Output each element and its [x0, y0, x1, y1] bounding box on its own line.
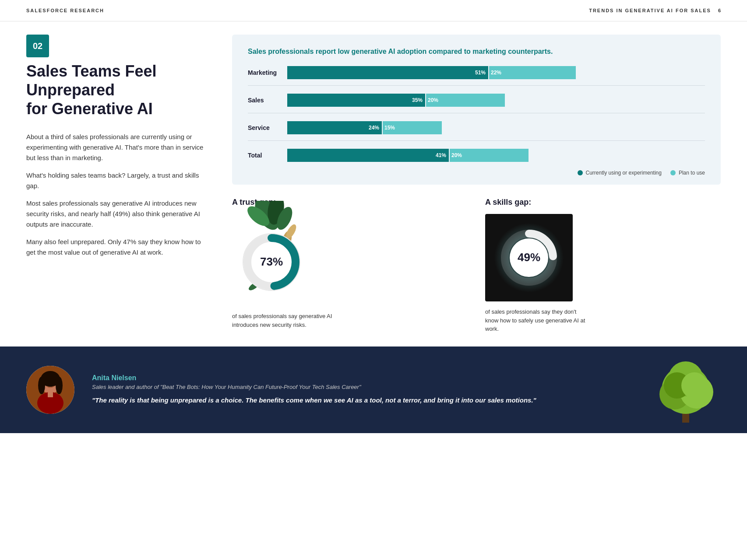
- trust-gap-desc: of sales professionals say generative AI…: [232, 312, 337, 329]
- bar-light-total: 20%: [450, 149, 529, 162]
- legend-label-dark: Currently using or experimenting: [586, 170, 662, 176]
- bar-label-total: Total: [248, 152, 287, 159]
- legend-item-dark: Currently using or experimenting: [578, 170, 662, 176]
- right-column: Sales professionals report low generativ…: [232, 26, 721, 333]
- quote-avatar: [26, 366, 74, 414]
- svg-point-20: [56, 377, 63, 394]
- bar-light-service: 15%: [383, 121, 442, 134]
- chart-legend: Currently using or experimenting Plan to…: [248, 170, 705, 176]
- svg-rect-22: [48, 392, 53, 397]
- trust-gap-donut: 73%: [236, 227, 307, 299]
- left-column: 02 Sales Teams Feel Unprepared for Gener…: [26, 26, 210, 333]
- bar-track-marketing: 51%22%: [287, 66, 705, 79]
- bar-light-marketing: 22%: [489, 66, 576, 79]
- page-number: 6: [718, 8, 721, 13]
- paragraph-1: About a third of sales professionals are…: [26, 132, 210, 163]
- bar-track-sales: 35%20%: [287, 94, 705, 107]
- brand-label: SALESFORCE RESEARCH: [26, 8, 104, 13]
- bar-dark-service: 24%: [287, 121, 382, 134]
- bar-chart: Marketing51%22%Sales35%20%Service24%15%T…: [248, 66, 705, 162]
- bar-label-marketing: Marketing: [248, 69, 287, 76]
- bar-light-sales: 20%: [426, 94, 505, 107]
- legend-dot-light: [670, 170, 676, 175]
- bar-label-service: Service: [248, 124, 287, 131]
- bar-row-service: Service24%15%: [248, 121, 705, 141]
- section-title: Sales Teams Feel Unprepared for Generati…: [26, 62, 210, 119]
- legend-label-light: Plan to use: [679, 170, 705, 176]
- quote-content: Anita Nielsen Sales leader and author of…: [92, 374, 633, 406]
- skills-gap-desc: of sales professionals say they don't kn…: [485, 308, 590, 333]
- svg-text:49%: 49%: [518, 251, 540, 264]
- main-content: 02 Sales Teams Feel Unprepared for Gener…: [0, 26, 747, 333]
- svg-point-29: [681, 372, 708, 399]
- svg-text:73%: 73%: [260, 255, 283, 268]
- trust-gap-title: A trust gap:: [232, 198, 468, 207]
- legend-dot-dark: [578, 170, 583, 175]
- paragraph-3: Most sales professionals say generative …: [26, 198, 210, 230]
- bar-track-service: 24%15%: [287, 121, 705, 134]
- tree-decoration: [651, 361, 721, 418]
- quote-section: Anita Nielsen Sales leader and author of…: [0, 346, 747, 433]
- chart-box: Sales professionals report low generativ…: [232, 35, 721, 185]
- quote-subtitle: Sales leader and author of "Beat The Bot…: [92, 384, 633, 390]
- avatar-svg: [26, 366, 74, 414]
- bar-dark-marketing: 51%: [287, 66, 488, 79]
- quote-text: "The reality is that being unprepared is…: [92, 396, 633, 406]
- skills-gap-col: A skills gap: 49% of sales professionals…: [485, 198, 721, 333]
- bar-row-marketing: Marketing51%22%: [248, 66, 705, 86]
- report-title: TRENDS IN GENERATIVE AI FOR SALES: [589, 8, 711, 13]
- legend-item-light: Plan to use: [670, 170, 705, 176]
- quote-name: Anita Nielsen: [92, 374, 633, 382]
- trust-gap-visual: 73%: [232, 214, 320, 306]
- page-header: SALESFORCE RESEARCH TRENDS IN GENERATIVE…: [0, 0, 747, 21]
- section-body: About a third of sales professionals are…: [26, 132, 210, 258]
- chart-title: Sales professionals report low generativ…: [248, 47, 705, 56]
- gap-section: A trust gap:: [232, 198, 721, 333]
- trust-gap-col: A trust gap:: [232, 198, 468, 333]
- bar-dark-sales: 35%: [287, 94, 425, 107]
- bar-row-sales: Sales35%20%: [248, 94, 705, 113]
- paragraph-4: Many also feel unprepared. Only 47% say …: [26, 237, 210, 258]
- section-number: 02: [26, 35, 49, 57]
- bar-track-total: 41%20%: [287, 149, 705, 162]
- bar-label-sales: Sales: [248, 97, 287, 104]
- svg-point-19: [38, 377, 45, 394]
- bar-dark-total: 41%: [287, 149, 449, 162]
- paragraph-2: What's holding sales teams back? Largely…: [26, 170, 210, 191]
- bar-row-total: Total41%20%: [248, 149, 705, 162]
- skills-gap-visual: 49%: [485, 214, 573, 301]
- skills-gap-title: A skills gap:: [485, 198, 721, 207]
